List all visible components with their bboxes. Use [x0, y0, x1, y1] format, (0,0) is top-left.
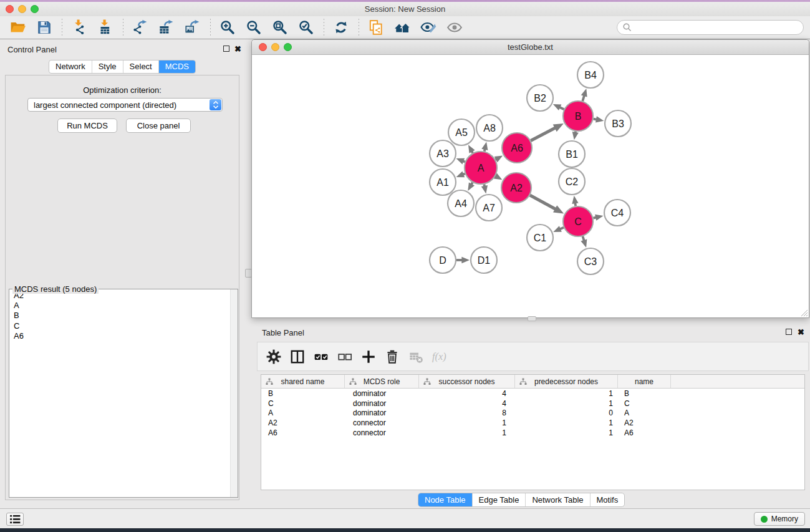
graph-edge-D-D1[interactable] — [456, 257, 470, 263]
column-header-successor-nodes[interactable]: successor nodes — [419, 375, 515, 388]
graph-edge-A-A8[interactable] — [481, 142, 488, 152]
table-panel-close-icon[interactable]: ✖ — [798, 328, 804, 337]
import-network-button[interactable] — [68, 17, 90, 37]
graph-node-C2[interactable]: C2 — [559, 168, 585, 195]
criterion-dropdown[interactable]: largest connected component (directed) — [27, 98, 223, 112]
maximize-window-button[interactable] — [31, 5, 39, 13]
clear-selection-button[interactable] — [333, 347, 357, 367]
column-header-predecessor-nodes[interactable]: predecessor nodes — [515, 375, 618, 388]
mcds-result-list[interactable]: A2ABCA6 — [10, 291, 229, 496]
graph-node-A8[interactable]: A8 — [476, 115, 503, 141]
column-header-name[interactable]: name — [618, 375, 671, 388]
network-table-divider-grip[interactable] — [528, 316, 536, 321]
graph-edge-A2-C[interactable] — [530, 195, 564, 214]
graph-edge-A6-B[interactable] — [531, 123, 564, 141]
control-panel-float-icon[interactable] — [223, 46, 229, 52]
table-settings-button[interactable] — [262, 347, 286, 367]
tab-edge-table[interactable]: Edge Table — [473, 493, 526, 506]
graph-node-A4[interactable]: A4 — [448, 190, 474, 216]
search-field[interactable] — [617, 20, 804, 35]
tab-style[interactable]: Style — [92, 60, 123, 73]
tab-select[interactable]: Select — [123, 60, 159, 73]
graph-edge-A-A5[interactable] — [468, 145, 475, 153]
graph-node-A2[interactable]: A2 — [501, 173, 531, 203]
graph-node-D1[interactable]: D1 — [471, 247, 497, 273]
memory-button[interactable]: Memory — [754, 512, 805, 526]
annotation-mode-button[interactable] — [417, 17, 440, 37]
panel-selector-button[interactable] — [6, 513, 24, 526]
copy-network-button[interactable] — [365, 17, 387, 37]
zoom-in-button[interactable] — [216, 17, 239, 37]
graph-node-D[interactable]: D — [430, 247, 456, 273]
network-canvas[interactable]: B4B2BB3A5A8A6A3AB1A1C2A4A7A2C4CC1C3DD1 — [252, 56, 809, 317]
control-panel-close-icon[interactable]: ✖ — [234, 45, 241, 54]
table-row-A[interactable]: Adominator80A — [261, 409, 804, 418]
run-mcds-button[interactable]: Run MCDS — [57, 118, 117, 133]
graph-node-A1[interactable]: A1 — [430, 169, 456, 195]
graph-node-B[interactable]: B — [563, 101, 593, 131]
zoom-out-button[interactable] — [243, 17, 265, 37]
graph-node-A3[interactable]: A3 — [430, 140, 456, 167]
graph-node-B1[interactable]: B1 — [559, 141, 585, 167]
close-window-button[interactable] — [6, 5, 14, 13]
close-panel-button[interactable]: Close panel — [126, 118, 191, 133]
export-network-button[interactable] — [129, 17, 152, 37]
network-close-button[interactable] — [259, 43, 267, 51]
table-row-A2[interactable]: A2connector11A2 — [261, 418, 804, 428]
graph-edge-B-B2[interactable] — [553, 104, 564, 110]
tab-network[interactable]: Network — [49, 60, 92, 73]
tab-network-table[interactable]: Network Table — [526, 493, 590, 506]
graph-edge-C-C2[interactable] — [572, 196, 578, 206]
show-details-button[interactable] — [443, 17, 466, 37]
export-image-button[interactable] — [181, 17, 204, 37]
graph-node-B4[interactable]: B4 — [577, 62, 604, 88]
graph-edge-A-A3[interactable] — [456, 158, 465, 165]
graph-node-A[interactable]: A — [465, 152, 497, 184]
import-table-button[interactable] — [94, 17, 117, 37]
save-session-button[interactable] — [33, 17, 55, 37]
zoom-selected-button[interactable] — [295, 17, 317, 37]
graph-edge-C-C4[interactable] — [593, 215, 603, 221]
mcds-result-item-A[interactable]: A — [10, 301, 229, 311]
graph-node-C[interactable]: C — [563, 206, 593, 236]
graph-edge-A-A4[interactable] — [468, 182, 475, 191]
graph-edge-B-B3[interactable] — [594, 116, 604, 122]
table-row-C[interactable]: Cdominator41C — [261, 399, 804, 409]
zoom-fit-button[interactable] — [269, 17, 291, 37]
tab-motifs[interactable]: Motifs — [591, 493, 625, 506]
tab-mcds[interactable]: MCDS — [159, 60, 195, 73]
column-header-MCDS-role[interactable]: MCDS role — [345, 375, 419, 388]
create-column-button[interactable] — [357, 347, 380, 367]
graph-edge-A-A7[interactable] — [481, 185, 488, 194]
graph-node-A6[interactable]: A6 — [502, 133, 532, 163]
graph-edge-C-C3[interactable] — [581, 236, 587, 248]
select-all-button[interactable] — [309, 347, 333, 367]
minimize-window-button[interactable] — [18, 5, 26, 13]
table-row-A6[interactable]: A6connector11A6 — [261, 428, 804, 438]
graph-edge-B-B1[interactable] — [572, 132, 579, 140]
network-maximize-button[interactable] — [284, 43, 292, 51]
home-view-button[interactable] — [391, 17, 413, 37]
graph-node-B3[interactable]: B3 — [605, 110, 631, 137]
graph-edge-B-B4[interactable] — [581, 89, 587, 101]
column-header-shared-name[interactable]: shared name — [261, 375, 345, 388]
graph-node-C4[interactable]: C4 — [604, 200, 630, 226]
network-minimize-button[interactable] — [271, 43, 279, 51]
mcds-result-item-C[interactable]: C — [10, 321, 229, 331]
refresh-button[interactable] — [330, 17, 352, 37]
resize-grip-icon[interactable] — [799, 308, 808, 317]
search-input[interactable] — [632, 23, 803, 32]
mcds-result-item-A6[interactable]: A6 — [10, 331, 229, 341]
open-session-button[interactable] — [7, 17, 29, 37]
table-panel-float-icon[interactable] — [786, 329, 792, 335]
graph-node-B2[interactable]: B2 — [527, 85, 553, 111]
split-table-button[interactable] — [286, 347, 309, 367]
tab-node-table[interactable]: Node Table — [418, 493, 473, 506]
graph-edge-C-C1[interactable] — [553, 226, 564, 232]
scrollbar-track[interactable] — [230, 289, 238, 497]
delete-column-button[interactable] — [380, 347, 404, 367]
graph-node-A5[interactable]: A5 — [448, 119, 475, 145]
table-row-B[interactable]: Bdominator41B — [261, 389, 804, 399]
graph-node-C3[interactable]: C3 — [577, 248, 604, 274]
mcds-result-item-B[interactable]: B — [10, 311, 229, 321]
